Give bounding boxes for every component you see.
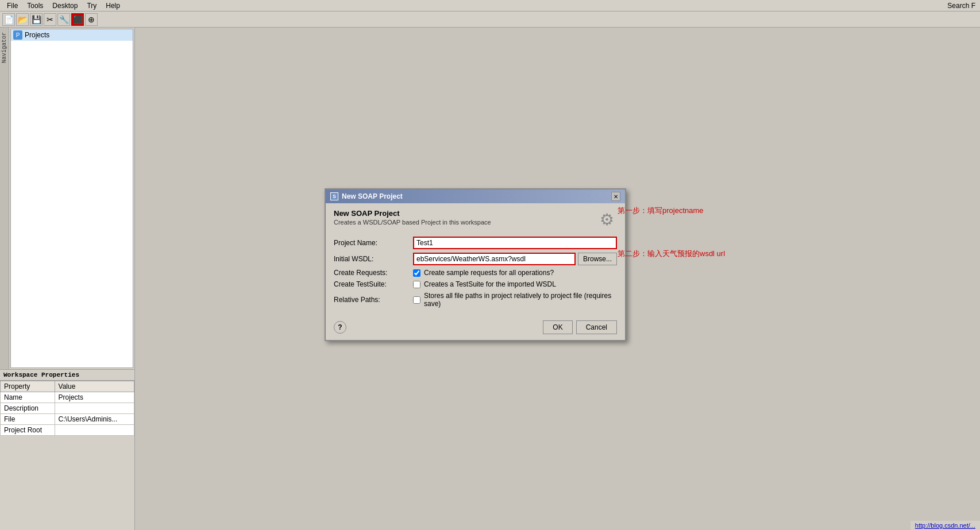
- toolbar-btn-cut[interactable]: ✂: [44, 13, 56, 26]
- menu-tools[interactable]: Tools: [22, 1, 48, 11]
- dialog-footer: ? OK Cancel: [334, 316, 617, 334]
- dialog-title-text: New SOAP Project: [342, 192, 403, 200]
- wsdl-row: Browse...: [413, 253, 617, 265]
- create-requests-desc: Create sample requests for all operation…: [424, 269, 554, 277]
- search-bar: Search F: [947, 2, 978, 10]
- main-layout: Navigator P Projects Workspace Propertie…: [0, 28, 980, 530]
- dialog-close-button[interactable]: ✕: [611, 192, 620, 201]
- dialog-body: New SOAP Project Creates a WSDL/SOAP bas…: [326, 203, 625, 340]
- create-testsuite-checkbox[interactable]: [413, 281, 420, 288]
- navigator-tab-label: Navigator: [0, 30, 9, 65]
- menu-help[interactable]: Help: [101, 1, 125, 11]
- left-panel-inner: Navigator P Projects: [0, 28, 134, 369]
- toolbar-btn-save[interactable]: 💾: [30, 13, 43, 26]
- table-row: Description: [1, 403, 134, 414]
- dialog-header-text: New SOAP Project Creates a WSDL/SOAP bas…: [334, 209, 491, 226]
- prop-projectroot-label: Project Root: [1, 425, 55, 436]
- toolbar-btn-open[interactable]: 📂: [16, 13, 29, 26]
- create-testsuite-desc: Creates a TestSuite for the imported WSD…: [424, 280, 556, 288]
- toolbar-btn-icon6[interactable]: ⬛: [71, 13, 84, 26]
- menu-desktop[interactable]: Desktop: [48, 1, 82, 11]
- tree-item-projects[interactable]: P Projects: [11, 29, 133, 41]
- new-soap-project-dialog: S New SOAP Project ✕ New SOAP Project Cr…: [325, 188, 626, 341]
- search-label: Search F: [947, 2, 975, 10]
- project-icon: P: [13, 30, 22, 40]
- create-requests-label: Create Requests:: [334, 269, 408, 277]
- annotation-step2: 第二步：输入天气预报的wsdl url: [618, 249, 725, 259]
- prop-description-value: [55, 403, 134, 414]
- dialog-form: Project Name: Initial WSDL: Browse... Cr…: [334, 237, 617, 308]
- tree-item-label: Projects: [25, 31, 49, 39]
- menu-file[interactable]: File: [2, 1, 22, 11]
- prop-file-label: File: [1, 414, 55, 425]
- prop-projectroot-value: [55, 425, 134, 436]
- col-value: Value: [55, 381, 134, 392]
- col-property: Property: [1, 381, 55, 392]
- create-requests-row: Create sample requests for all operation…: [413, 269, 617, 277]
- prop-file-value: C:\Users\Adminis...: [55, 414, 134, 425]
- relative-paths-checkbox[interactable]: [413, 296, 420, 304]
- table-row: Name Projects: [1, 392, 134, 403]
- table-row: File C:\Users\Adminis...: [1, 414, 134, 425]
- cancel-button[interactable]: Cancel: [576, 320, 617, 334]
- table-row: Project Root: [1, 425, 134, 436]
- project-name-label: Project Name:: [334, 239, 408, 247]
- create-testsuite-label: Create TestSuite:: [334, 280, 408, 288]
- annotation-step1: 第一步：填写projectname: [618, 206, 704, 216]
- initial-wsdl-label: Initial WSDL:: [334, 255, 408, 263]
- initial-wsdl-input[interactable]: [413, 253, 576, 265]
- dialog-header-desc: Creates a WSDL/SOAP based Project in thi…: [334, 219, 491, 226]
- left-panel: Navigator P Projects Workspace Propertie…: [0, 28, 135, 530]
- dialog-header-section: New SOAP Project Creates a WSDL/SOAP bas…: [334, 209, 617, 230]
- menu-try[interactable]: Try: [82, 1, 101, 11]
- dialog-title-icon: S: [330, 192, 338, 200]
- relative-paths-label: Relative Paths:: [334, 296, 408, 304]
- properties-table: Property Value Name Projects Description…: [0, 381, 134, 436]
- relative-paths-desc: Stores all file paths in project relativ…: [424, 292, 617, 308]
- statusbar: http://blog.csdn.net/...: [910, 521, 980, 530]
- ok-button[interactable]: OK: [543, 320, 572, 334]
- toolbar: 📄 📂 💾 ✂ 🔧 ⬛ ⊕: [0, 11, 980, 28]
- prop-name-label: Name: [1, 392, 55, 403]
- footer-buttons: OK Cancel: [543, 320, 617, 334]
- create-testsuite-row: Creates a TestSuite for the imported WSD…: [413, 280, 617, 288]
- toolbar-btn-new[interactable]: 📄: [2, 13, 15, 26]
- menubar: File Tools Desktop Try Help Search F: [0, 0, 980, 11]
- prop-name-value: Projects: [55, 392, 134, 403]
- workspace-properties: Workspace Properties Property Value Name…: [0, 369, 134, 530]
- relative-paths-row: Stores all file paths in project relativ…: [413, 292, 617, 308]
- dialog-header-title: New SOAP Project: [334, 209, 491, 218]
- navigator-tab: Navigator: [0, 28, 9, 369]
- toolbar-btn-icon5[interactable]: 🔧: [57, 13, 70, 26]
- toolbar-btn-icon7[interactable]: ⊕: [85, 13, 98, 26]
- dialog-title-left: S New SOAP Project: [330, 192, 403, 200]
- gear-icon: ⚙: [596, 209, 617, 230]
- tree-panel: P Projects: [10, 29, 133, 368]
- help-button[interactable]: ?: [334, 321, 346, 334]
- prop-description-label: Description: [1, 403, 55, 414]
- workspace-properties-title: Workspace Properties: [0, 370, 134, 381]
- dialog-titlebar: S New SOAP Project ✕: [326, 189, 625, 203]
- browse-button[interactable]: Browse...: [578, 253, 617, 265]
- content-area: S New SOAP Project ✕ New SOAP Project Cr…: [135, 28, 980, 530]
- project-name-input[interactable]: [413, 237, 617, 249]
- create-requests-checkbox[interactable]: [413, 269, 420, 277]
